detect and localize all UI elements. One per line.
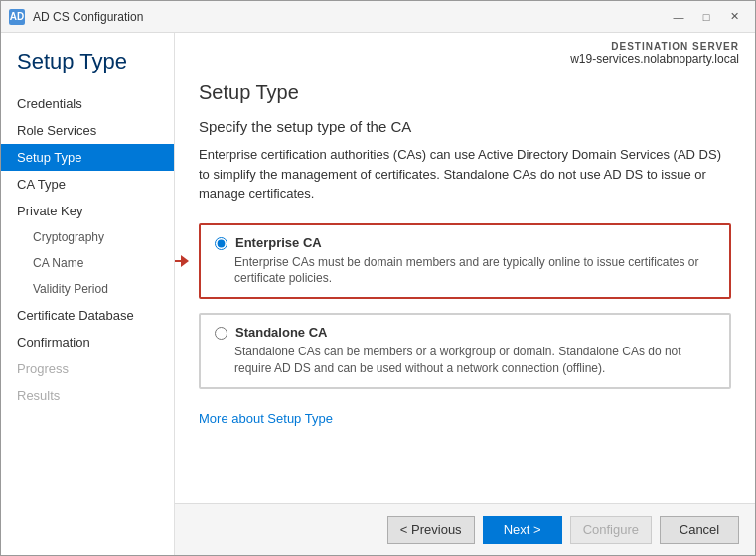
enterprise-ca-radio[interactable] <box>215 237 227 250</box>
sidebar: Setup Type Credentials Role Services Set… <box>1 33 175 555</box>
sidebar-item-ca-name[interactable]: CA Name <box>1 250 174 276</box>
destination-label: DESTINATION SERVER <box>191 41 739 52</box>
main-panel: DESTINATION SERVER w19-services.nolabnop… <box>175 33 755 555</box>
standalone-ca-desc: Standalone CAs can be members or a workg… <box>234 344 715 377</box>
maximize-button[interactable]: □ <box>693 6 719 28</box>
standalone-ca-label: Standalone CA <box>235 325 327 340</box>
app-icon: AD <box>9 9 25 25</box>
page-subtitle: Specify the setup type of the CA <box>199 118 731 135</box>
configure-button[interactable]: Configure <box>570 516 652 544</box>
window-title: AD CS Configuration <box>33 10 666 24</box>
standalone-ca-row: Standalone CA <box>215 325 715 340</box>
next-button[interactable]: Next > <box>483 516 562 544</box>
sidebar-item-role-services[interactable]: Role Services <box>1 117 174 144</box>
minimize-button[interactable]: — <box>666 6 691 28</box>
sidebar-item-results: Results <box>1 382 174 409</box>
sidebar-item-setup-type[interactable]: Setup Type <box>1 144 174 171</box>
sidebar-item-confirmation[interactable]: Confirmation <box>1 329 174 355</box>
more-about-link[interactable]: More about Setup Type <box>199 411 333 426</box>
standalone-ca-radio[interactable] <box>215 327 227 340</box>
sidebar-heading: Setup Type <box>1 49 174 90</box>
sidebar-item-certificate-database[interactable]: Certificate Database <box>1 302 174 329</box>
previous-button[interactable]: < Previous <box>387 516 475 544</box>
standalone-ca-box[interactable]: Standalone CA Standalone CAs can be memb… <box>199 313 731 389</box>
sidebar-item-validity-period[interactable]: Validity Period <box>1 276 174 302</box>
sidebar-item-ca-type[interactable]: CA Type <box>1 171 174 198</box>
sidebar-item-progress: Progress <box>1 355 174 382</box>
titlebar-controls: — □ ✕ <box>666 6 747 28</box>
footer: < Previous Next > Configure Cancel <box>175 503 755 555</box>
enterprise-ca-label: Enterprise CA <box>235 235 322 250</box>
main-window: AD AD CS Configuration — □ ✕ Setup Type … <box>0 0 756 556</box>
page-title: Setup Type <box>199 81 731 104</box>
close-button[interactable]: ✕ <box>721 6 747 28</box>
main-content: Setup Type Specify the setup type of the… <box>175 66 755 503</box>
cancel-button[interactable]: Cancel <box>660 516 739 544</box>
enterprise-ca-box[interactable]: Enterprise CA Enterprise CAs must be dom… <box>199 223 731 300</box>
enterprise-ca-desc: Enterprise CAs must be domain members an… <box>234 254 715 288</box>
enterprise-ca-row: Enterprise CA <box>215 235 715 250</box>
destination-header: DESTINATION SERVER w19-services.nolabnop… <box>175 33 755 66</box>
sidebar-item-private-key[interactable]: Private Key <box>1 198 174 224</box>
sidebar-item-credentials[interactable]: Credentials <box>1 90 174 117</box>
destination-server: w19-services.nolabnoparty.local <box>191 52 739 66</box>
sidebar-item-cryptography[interactable]: Cryptography <box>1 224 174 250</box>
content-area: Setup Type Credentials Role Services Set… <box>1 33 755 555</box>
titlebar: AD AD CS Configuration — □ ✕ <box>1 1 755 33</box>
page-description: Enterprise certification authorities (CA… <box>199 145 731 204</box>
